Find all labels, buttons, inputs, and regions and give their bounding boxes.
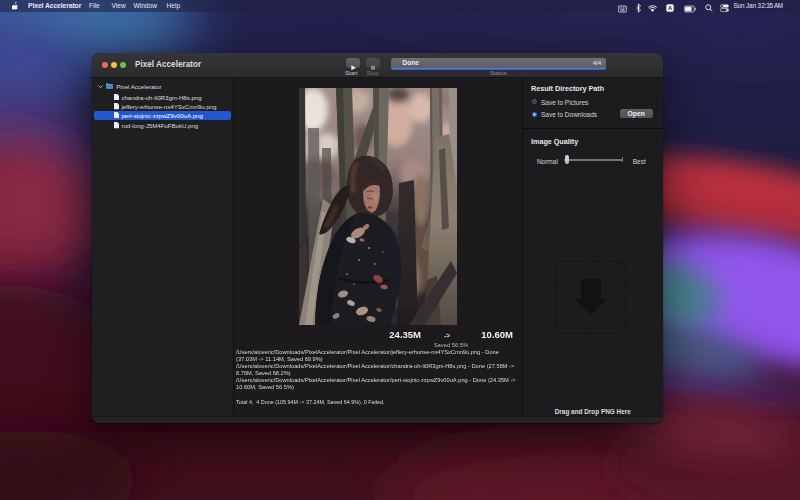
svg-text:A: A xyxy=(668,5,672,11)
